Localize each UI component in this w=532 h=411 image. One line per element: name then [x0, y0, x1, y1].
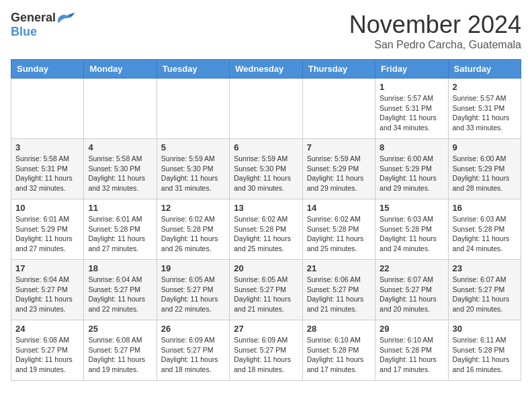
- calendar-cell: 12Sunrise: 6:02 AM Sunset: 5:28 PM Dayli…: [157, 199, 229, 260]
- calendar-week-row-2: 3Sunrise: 5:58 AM Sunset: 5:31 PM Daylig…: [11, 139, 521, 199]
- title-section: November 2024 San Pedro Carcha, Guatemal…: [349, 11, 521, 51]
- calendar-cell: 1Sunrise: 5:57 AM Sunset: 5:31 PM Daylig…: [375, 79, 448, 139]
- calendar-weekday-sunday: Sunday: [11, 60, 84, 79]
- calendar-cell: [157, 79, 229, 139]
- day-number: 7: [307, 142, 371, 152]
- calendar-cell: 8Sunrise: 6:00 AM Sunset: 5:29 PM Daylig…: [375, 139, 448, 199]
- day-info: Sunrise: 6:05 AM Sunset: 5:27 PM Dayligh…: [161, 275, 225, 314]
- calendar-cell: 16Sunrise: 6:03 AM Sunset: 5:28 PM Dayli…: [448, 199, 521, 260]
- day-number: 2: [453, 82, 517, 92]
- calendar-cell: 29Sunrise: 6:10 AM Sunset: 5:28 PM Dayli…: [375, 320, 448, 381]
- calendar-weekday-thursday: Thursday: [302, 60, 375, 79]
- calendar-cell: 4Sunrise: 5:58 AM Sunset: 5:30 PM Daylig…: [84, 139, 157, 199]
- day-info: Sunrise: 6:11 AM Sunset: 5:28 PM Dayligh…: [453, 335, 517, 375]
- day-info: Sunrise: 6:04 AM Sunset: 5:27 PM Dayligh…: [15, 275, 79, 314]
- day-number: 15: [380, 203, 443, 213]
- calendar-week-row-3: 10Sunrise: 6:01 AM Sunset: 5:29 PM Dayli…: [11, 199, 521, 260]
- day-info: Sunrise: 6:09 AM Sunset: 5:27 PM Dayligh…: [161, 335, 225, 375]
- day-number: 20: [234, 263, 298, 273]
- day-number: 14: [307, 203, 371, 213]
- day-info: Sunrise: 6:10 AM Sunset: 5:28 PM Dayligh…: [380, 335, 443, 375]
- calendar-table: SundayMondayTuesdayWednesdayThursdayFrid…: [11, 59, 521, 381]
- calendar-weekday-saturday: Saturday: [448, 60, 521, 79]
- day-number: 4: [88, 142, 152, 152]
- day-info: Sunrise: 6:02 AM Sunset: 5:28 PM Dayligh…: [234, 214, 298, 254]
- month-title: November 2024: [349, 11, 521, 39]
- calendar-header-row: SundayMondayTuesdayWednesdayThursdayFrid…: [11, 60, 521, 79]
- logo-bird-icon: [57, 11, 76, 25]
- day-info: Sunrise: 6:02 AM Sunset: 5:28 PM Dayligh…: [161, 214, 225, 254]
- day-info: Sunrise: 6:05 AM Sunset: 5:27 PM Dayligh…: [234, 275, 298, 314]
- day-number: 6: [234, 142, 298, 152]
- calendar-week-row-4: 17Sunrise: 6:04 AM Sunset: 5:27 PM Dayli…: [11, 260, 521, 320]
- day-info: Sunrise: 6:09 AM Sunset: 5:27 PM Dayligh…: [234, 335, 298, 375]
- calendar-cell: 23Sunrise: 6:07 AM Sunset: 5:27 PM Dayli…: [448, 260, 521, 320]
- calendar-cell: 13Sunrise: 6:02 AM Sunset: 5:28 PM Dayli…: [230, 199, 302, 260]
- calendar-cell: 22Sunrise: 6:07 AM Sunset: 5:27 PM Dayli…: [375, 260, 448, 320]
- day-info: Sunrise: 5:57 AM Sunset: 5:31 PM Dayligh…: [453, 93, 517, 133]
- day-number: 23: [453, 263, 517, 273]
- day-number: 9: [453, 142, 517, 152]
- page-header: General Blue November 2024 San Pedro Car…: [11, 11, 521, 51]
- day-info: Sunrise: 5:59 AM Sunset: 5:30 PM Dayligh…: [161, 154, 225, 193]
- calendar-cell: 21Sunrise: 6:06 AM Sunset: 5:27 PM Dayli…: [302, 260, 375, 320]
- day-info: Sunrise: 5:58 AM Sunset: 5:30 PM Dayligh…: [88, 154, 152, 193]
- day-info: Sunrise: 5:59 AM Sunset: 5:30 PM Dayligh…: [234, 154, 298, 193]
- calendar-cell: 5Sunrise: 5:59 AM Sunset: 5:30 PM Daylig…: [157, 139, 229, 199]
- day-number: 5: [161, 142, 225, 152]
- calendar-cell: 28Sunrise: 6:10 AM Sunset: 5:28 PM Dayli…: [302, 320, 375, 381]
- day-number: 13: [234, 203, 298, 213]
- day-info: Sunrise: 6:07 AM Sunset: 5:27 PM Dayligh…: [380, 275, 443, 314]
- day-number: 19: [161, 263, 225, 273]
- day-info: Sunrise: 6:00 AM Sunset: 5:29 PM Dayligh…: [453, 154, 517, 193]
- day-number: 29: [380, 324, 443, 334]
- day-info: Sunrise: 6:01 AM Sunset: 5:29 PM Dayligh…: [15, 214, 79, 254]
- calendar-cell: 3Sunrise: 5:58 AM Sunset: 5:31 PM Daylig…: [11, 139, 84, 199]
- day-number: 1: [380, 82, 443, 92]
- day-info: Sunrise: 6:06 AM Sunset: 5:27 PM Dayligh…: [307, 275, 371, 314]
- day-info: Sunrise: 5:57 AM Sunset: 5:31 PM Dayligh…: [380, 93, 443, 133]
- day-number: 28: [307, 324, 371, 334]
- calendar-week-row-5: 24Sunrise: 6:08 AM Sunset: 5:27 PM Dayli…: [11, 320, 521, 381]
- day-number: 21: [307, 263, 371, 273]
- day-number: 8: [380, 142, 443, 152]
- calendar-cell: 26Sunrise: 6:09 AM Sunset: 5:27 PM Dayli…: [157, 320, 229, 381]
- day-info: Sunrise: 6:03 AM Sunset: 5:28 PM Dayligh…: [453, 214, 517, 254]
- calendar-cell: 10Sunrise: 6:01 AM Sunset: 5:29 PM Dayli…: [11, 199, 84, 260]
- day-number: 30: [453, 324, 517, 334]
- day-number: 10: [15, 203, 79, 213]
- day-info: Sunrise: 6:03 AM Sunset: 5:28 PM Dayligh…: [380, 214, 443, 254]
- calendar-cell: 20Sunrise: 6:05 AM Sunset: 5:27 PM Dayli…: [230, 260, 302, 320]
- day-info: Sunrise: 6:02 AM Sunset: 5:28 PM Dayligh…: [307, 214, 371, 254]
- calendar-cell: [11, 79, 84, 139]
- logo: General Blue: [11, 11, 76, 39]
- day-info: Sunrise: 6:07 AM Sunset: 5:27 PM Dayligh…: [453, 275, 517, 314]
- day-info: Sunrise: 5:59 AM Sunset: 5:29 PM Dayligh…: [307, 154, 371, 193]
- calendar-cell: 6Sunrise: 5:59 AM Sunset: 5:30 PM Daylig…: [230, 139, 302, 199]
- calendar-cell: 14Sunrise: 6:02 AM Sunset: 5:28 PM Dayli…: [302, 199, 375, 260]
- day-info: Sunrise: 6:08 AM Sunset: 5:27 PM Dayligh…: [15, 335, 79, 375]
- calendar-cell: [230, 79, 302, 139]
- calendar-cell: 25Sunrise: 6:08 AM Sunset: 5:27 PM Dayli…: [84, 320, 157, 381]
- day-info: Sunrise: 6:04 AM Sunset: 5:27 PM Dayligh…: [88, 275, 152, 314]
- calendar-week-row-1: 1Sunrise: 5:57 AM Sunset: 5:31 PM Daylig…: [11, 79, 521, 139]
- day-number: 11: [88, 203, 152, 213]
- calendar-cell: 17Sunrise: 6:04 AM Sunset: 5:27 PM Dayli…: [11, 260, 84, 320]
- day-info: Sunrise: 6:10 AM Sunset: 5:28 PM Dayligh…: [307, 335, 371, 375]
- calendar-cell: 30Sunrise: 6:11 AM Sunset: 5:28 PM Dayli…: [448, 320, 521, 381]
- calendar-cell: 2Sunrise: 5:57 AM Sunset: 5:31 PM Daylig…: [448, 79, 521, 139]
- day-number: 25: [88, 324, 152, 334]
- logo-general-text: General: [11, 11, 56, 25]
- logo-blue-text: Blue: [11, 25, 37, 38]
- day-number: 27: [234, 324, 298, 334]
- location-text: San Pedro Carcha, Guatemala: [349, 39, 521, 51]
- day-number: 17: [15, 263, 79, 273]
- calendar-weekday-wednesday: Wednesday: [230, 60, 302, 79]
- day-info: Sunrise: 6:08 AM Sunset: 5:27 PM Dayligh…: [88, 335, 152, 375]
- day-number: 16: [453, 203, 517, 213]
- calendar-cell: [302, 79, 375, 139]
- day-info: Sunrise: 6:00 AM Sunset: 5:29 PM Dayligh…: [380, 154, 443, 193]
- calendar-weekday-friday: Friday: [375, 60, 448, 79]
- day-number: 26: [161, 324, 225, 334]
- day-number: 22: [380, 263, 443, 273]
